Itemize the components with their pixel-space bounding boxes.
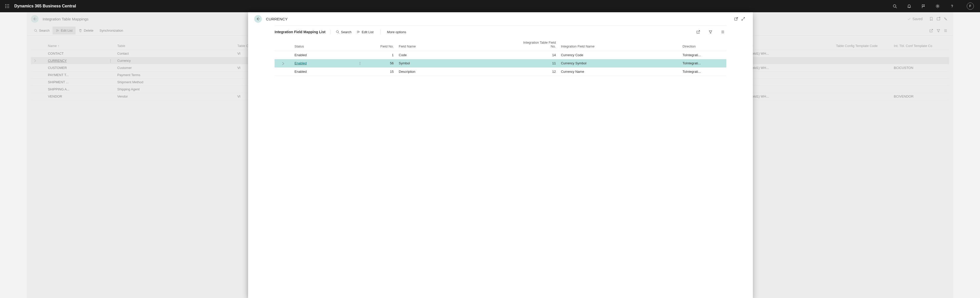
svg-rect-13 [937, 18, 940, 20]
row-direction: ToIntegrati... [680, 51, 726, 59]
row-marker [275, 51, 292, 59]
svg-point-1 [7, 4, 8, 5]
row-field-no: 15 [364, 67, 396, 76]
row-status[interactable]: Enabled [292, 51, 356, 59]
row-tmpl [834, 57, 891, 64]
app-launcher-icon[interactable] [4, 3, 10, 9]
row-name[interactable]: PAYMENT T... [45, 72, 106, 79]
svg-line-15 [36, 31, 37, 32]
row-more[interactable] [106, 72, 115, 79]
row-inttmpl [891, 57, 949, 64]
row-field-name: Symbol [396, 59, 515, 68]
row-name[interactable]: VENDOR [45, 93, 106, 100]
row-inttmpl: BCICUSTON [891, 64, 949, 72]
svg-point-11 [937, 5, 938, 6]
row-more[interactable] [106, 50, 115, 57]
help-icon[interactable] [948, 3, 956, 10]
collapse-icon[interactable] [942, 15, 949, 22]
share-icon[interactable] [928, 27, 935, 34]
row-name[interactable]: SHIPMENT ... [45, 79, 106, 86]
row-more[interactable] [106, 64, 115, 72]
synchronization-action[interactable]: Synchronization [97, 27, 126, 35]
col-field-name[interactable]: Field Name [396, 38, 515, 51]
table-row[interactable]: Enabled⋮56Symbol11Currency SymbolToInteg… [275, 59, 726, 68]
col-field-no[interactable]: Field No. [364, 38, 396, 51]
filter-icon[interactable] [935, 27, 942, 34]
row-table: Shipment Method [115, 79, 235, 86]
row-more-icon[interactable]: ⋮ [358, 61, 362, 65]
svg-rect-16 [735, 18, 737, 21]
row-int-field-no: 14 [515, 51, 558, 59]
panel-search-action[interactable]: Search [336, 30, 352, 34]
flag-icon[interactable] [920, 3, 927, 10]
row-name[interactable]: CURRENCY [45, 57, 106, 64]
panel-expand-icon[interactable] [740, 15, 747, 22]
row-more[interactable] [106, 86, 115, 93]
panel-list-icon[interactable] [719, 28, 726, 35]
col-table[interactable]: Table [115, 42, 235, 50]
row-more[interactable] [106, 93, 115, 100]
search-action[interactable]: Search [31, 27, 52, 35]
row-tmpl [834, 86, 891, 93]
col-tmpl[interactable]: Table Config Template Code [834, 42, 891, 50]
search-icon[interactable] [891, 3, 898, 10]
row-status[interactable]: Enabled [292, 59, 356, 68]
row-int-field-name: Currency Symbol [558, 59, 680, 68]
svg-point-5 [8, 6, 9, 6]
row-marker [31, 50, 45, 57]
row-field-name: Code [396, 51, 515, 59]
field-mapping-panel: CURRENCY Integration Field Mapping List … [248, 12, 753, 298]
panel-subtitle: Integration Field Mapping List [275, 30, 331, 34]
list-icon[interactable] [942, 27, 949, 34]
panel-share-icon[interactable] [695, 28, 702, 35]
row-name[interactable]: CUSTOMER [45, 64, 106, 72]
row-int-field-no: 11 [515, 59, 558, 68]
table-row[interactable]: Enabled1Code14Currency CodeToIntegrati..… [275, 51, 726, 59]
row-field-no: 56 [364, 59, 396, 68]
panel-edit-list-action[interactable]: Edit List [356, 30, 373, 34]
panel-header: CURRENCY [248, 12, 753, 25]
col-status[interactable]: Status [292, 38, 356, 51]
bookmark-icon[interactable] [928, 15, 935, 22]
row-status[interactable]: Enabled [292, 67, 356, 76]
row-name[interactable]: CONTACT [45, 50, 106, 57]
avatar[interactable]: F [967, 3, 974, 10]
row-marker [31, 86, 45, 93]
col-int-field-no[interactable]: Integration Table Field No. [515, 38, 558, 51]
table-row[interactable]: Enabled15Description12Currency NameToInt… [275, 67, 726, 76]
panel-popout-icon[interactable] [732, 15, 740, 22]
col-inttmpl[interactable]: Int. Tbl. Conf Template Co [891, 42, 949, 50]
bell-icon[interactable] [905, 3, 913, 10]
col-direction[interactable]: Direction [680, 38, 726, 51]
page-title: Integration Table Mappings [43, 17, 89, 21]
expand-icon[interactable] [935, 15, 942, 22]
panel-title: CURRENCY [266, 17, 288, 21]
row-tmpl [834, 64, 891, 72]
row-more[interactable]: ⋮ [356, 59, 364, 68]
svg-line-10 [896, 7, 897, 8]
row-marker [31, 57, 45, 64]
panel-more-options[interactable]: More options [387, 30, 406, 34]
panel-subheader: Integration Field Mapping List Search Ed… [275, 25, 726, 38]
col-name[interactable]: Name ↑ [45, 42, 106, 50]
panel-back-button[interactable] [254, 15, 262, 23]
panel-filter-icon[interactable] [707, 28, 714, 35]
row-more-icon[interactable]: ⋮ [109, 59, 112, 62]
row-field-no: 1 [364, 51, 396, 59]
row-inttmpl [891, 50, 949, 57]
edit-list-action[interactable]: Edit List [52, 27, 76, 35]
row-more[interactable] [356, 67, 364, 76]
gear-icon[interactable] [934, 3, 941, 10]
svg-point-4 [7, 6, 8, 6]
row-marker [275, 59, 292, 68]
row-table: Contact [115, 50, 235, 57]
back-button[interactable] [31, 15, 38, 23]
svg-point-3 [5, 6, 6, 6]
row-more[interactable] [106, 79, 115, 86]
row-more[interactable]: ⋮ [106, 57, 115, 64]
row-more[interactable] [356, 51, 364, 59]
row-inttmpl [891, 79, 949, 86]
delete-action[interactable]: Delete [76, 27, 97, 35]
col-int-field-name[interactable]: Integration Field Name [558, 38, 680, 51]
row-name[interactable]: SHIPPING A... [45, 86, 106, 93]
